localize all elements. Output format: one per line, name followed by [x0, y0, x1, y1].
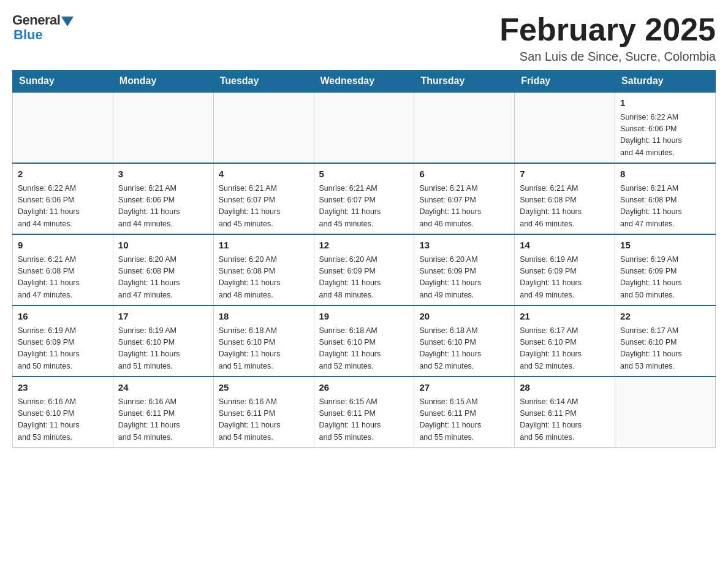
calendar-cell: 4Sunrise: 6:21 AMSunset: 6:07 PMDaylight… [213, 163, 314, 234]
calendar-cell: 14Sunrise: 6:19 AMSunset: 6:09 PMDayligh… [515, 234, 615, 305]
day-number: 12 [319, 239, 409, 253]
day-info: Sunrise: 6:18 AMSunset: 6:10 PMDaylight:… [219, 325, 309, 373]
day-number: 18 [219, 310, 309, 324]
day-info: Sunrise: 6:19 AMSunset: 6:10 PMDaylight:… [118, 325, 208, 373]
day-header-tuesday: Tuesday [213, 71, 314, 93]
day-number: 5 [319, 167, 409, 182]
day-number: 11 [219, 239, 309, 253]
location: San Luis de Since, Sucre, Colombia [499, 50, 716, 64]
calendar-cell [414, 92, 515, 163]
day-info: Sunrise: 6:17 AMSunset: 6:10 PMDaylight:… [620, 325, 710, 373]
logo: General Blue [12, 12, 74, 43]
day-info: Sunrise: 6:18 AMSunset: 6:10 PMDaylight:… [319, 325, 409, 373]
calendar-cell [113, 92, 213, 163]
calendar-cell: 23Sunrise: 6:16 AMSunset: 6:10 PMDayligh… [13, 377, 113, 448]
logo-arrow-icon [61, 17, 74, 26]
calendar-cell: 15Sunrise: 6:19 AMSunset: 6:09 PMDayligh… [615, 234, 716, 305]
day-header-saturday: Saturday [615, 71, 716, 93]
calendar-cell [515, 92, 615, 163]
calendar-cell: 24Sunrise: 6:16 AMSunset: 6:11 PMDayligh… [113, 377, 213, 448]
calendar-cell [213, 92, 314, 163]
day-number: 22 [620, 310, 710, 324]
day-info: Sunrise: 6:15 AMSunset: 6:11 PMDaylight:… [419, 396, 509, 444]
day-info: Sunrise: 6:19 AMSunset: 6:09 PMDaylight:… [18, 325, 108, 373]
day-number: 14 [520, 239, 610, 253]
day-number: 8 [620, 167, 710, 182]
day-info: Sunrise: 6:18 AMSunset: 6:10 PMDaylight:… [419, 325, 509, 373]
logo-general-text: General [12, 12, 60, 28]
calendar-cell: 11Sunrise: 6:20 AMSunset: 6:08 PMDayligh… [213, 234, 314, 305]
day-number: 21 [520, 310, 610, 324]
logo-blue-text: Blue [13, 27, 43, 43]
day-number: 28 [520, 381, 610, 395]
calendar-cell: 10Sunrise: 6:20 AMSunset: 6:08 PMDayligh… [113, 234, 213, 305]
week-row-1: 1Sunrise: 6:22 AMSunset: 6:06 PMDaylight… [13, 92, 716, 163]
day-info: Sunrise: 6:21 AMSunset: 6:07 PMDaylight:… [219, 183, 309, 231]
month-title: February 2025 [499, 12, 716, 47]
calendar-cell [314, 92, 414, 163]
day-info: Sunrise: 6:20 AMSunset: 6:08 PMDaylight:… [118, 254, 208, 302]
day-info: Sunrise: 6:20 AMSunset: 6:09 PMDaylight:… [419, 254, 509, 302]
day-info: Sunrise: 6:22 AMSunset: 6:06 PMDaylight:… [620, 112, 710, 159]
day-header-wednesday: Wednesday [314, 71, 414, 93]
week-row-5: 23Sunrise: 6:16 AMSunset: 6:10 PMDayligh… [13, 377, 716, 448]
day-info: Sunrise: 6:21 AMSunset: 6:07 PMDaylight:… [319, 183, 409, 231]
calendar-cell: 9Sunrise: 6:21 AMSunset: 6:08 PMDaylight… [13, 234, 113, 305]
day-info: Sunrise: 6:16 AMSunset: 6:11 PMDaylight:… [118, 396, 208, 444]
day-info: Sunrise: 6:21 AMSunset: 6:08 PMDaylight:… [520, 183, 610, 231]
day-number: 1 [620, 96, 710, 110]
day-info: Sunrise: 6:16 AMSunset: 6:10 PMDaylight:… [18, 396, 108, 444]
day-header-friday: Friday [515, 71, 615, 93]
day-info: Sunrise: 6:21 AMSunset: 6:08 PMDaylight:… [18, 254, 108, 302]
day-info: Sunrise: 6:16 AMSunset: 6:11 PMDaylight:… [219, 396, 309, 444]
day-number: 25 [219, 381, 309, 395]
day-info: Sunrise: 6:20 AMSunset: 6:09 PMDaylight:… [319, 254, 409, 302]
day-number: 6 [419, 167, 509, 182]
calendar-cell: 27Sunrise: 6:15 AMSunset: 6:11 PMDayligh… [414, 377, 515, 448]
calendar-cell [13, 92, 113, 163]
day-info: Sunrise: 6:21 AMSunset: 6:06 PMDaylight:… [118, 183, 208, 231]
day-number: 20 [419, 310, 509, 324]
day-number: 24 [118, 381, 208, 395]
day-header-monday: Monday [113, 71, 213, 93]
calendar-cell: 13Sunrise: 6:20 AMSunset: 6:09 PMDayligh… [414, 234, 515, 305]
day-header-row: SundayMondayTuesdayWednesdayThursdayFrid… [13, 71, 716, 93]
day-info: Sunrise: 6:19 AMSunset: 6:09 PMDaylight:… [620, 254, 710, 302]
calendar-cell: 8Sunrise: 6:21 AMSunset: 6:08 PMDaylight… [615, 163, 716, 234]
day-info: Sunrise: 6:22 AMSunset: 6:06 PMDaylight:… [18, 183, 108, 231]
day-info: Sunrise: 6:21 AMSunset: 6:08 PMDaylight:… [620, 183, 710, 231]
calendar-table: SundayMondayTuesdayWednesdayThursdayFrid… [12, 70, 716, 448]
week-row-4: 16Sunrise: 6:19 AMSunset: 6:09 PMDayligh… [13, 305, 716, 377]
calendar-cell: 6Sunrise: 6:21 AMSunset: 6:07 PMDaylight… [414, 163, 515, 234]
day-number: 15 [620, 239, 710, 253]
calendar-cell: 1Sunrise: 6:22 AMSunset: 6:06 PMDaylight… [615, 92, 716, 163]
calendar-cell: 5Sunrise: 6:21 AMSunset: 6:07 PMDaylight… [314, 163, 414, 234]
day-info: Sunrise: 6:20 AMSunset: 6:08 PMDaylight:… [219, 254, 309, 302]
calendar-cell: 17Sunrise: 6:19 AMSunset: 6:10 PMDayligh… [113, 305, 213, 377]
calendar-cell: 21Sunrise: 6:17 AMSunset: 6:10 PMDayligh… [515, 305, 615, 377]
calendar-cell: 20Sunrise: 6:18 AMSunset: 6:10 PMDayligh… [414, 305, 515, 377]
day-header-sunday: Sunday [13, 71, 113, 93]
day-number: 2 [18, 167, 108, 182]
week-row-3: 9Sunrise: 6:21 AMSunset: 6:08 PMDaylight… [13, 234, 716, 305]
calendar-cell: 19Sunrise: 6:18 AMSunset: 6:10 PMDayligh… [314, 305, 414, 377]
day-number: 9 [18, 239, 108, 253]
day-info: Sunrise: 6:19 AMSunset: 6:09 PMDaylight:… [520, 254, 610, 302]
day-number: 16 [18, 310, 108, 324]
day-info: Sunrise: 6:21 AMSunset: 6:07 PMDaylight:… [419, 183, 509, 231]
calendar-cell: 3Sunrise: 6:21 AMSunset: 6:06 PMDaylight… [113, 163, 213, 234]
page-header: General Blue February 2025 San Luis de S… [12, 12, 716, 64]
calendar-cell: 28Sunrise: 6:14 AMSunset: 6:11 PMDayligh… [515, 377, 615, 448]
day-number: 17 [118, 310, 208, 324]
calendar-cell: 2Sunrise: 6:22 AMSunset: 6:06 PMDaylight… [13, 163, 113, 234]
day-info: Sunrise: 6:17 AMSunset: 6:10 PMDaylight:… [520, 325, 610, 373]
day-number: 26 [319, 381, 409, 395]
day-number: 4 [219, 167, 309, 182]
day-number: 10 [118, 239, 208, 253]
calendar-cell: 22Sunrise: 6:17 AMSunset: 6:10 PMDayligh… [615, 305, 716, 377]
calendar-cell [615, 377, 716, 448]
week-row-2: 2Sunrise: 6:22 AMSunset: 6:06 PMDaylight… [13, 163, 716, 234]
day-number: 7 [520, 167, 610, 182]
day-number: 13 [419, 239, 509, 253]
day-number: 23 [18, 381, 108, 395]
